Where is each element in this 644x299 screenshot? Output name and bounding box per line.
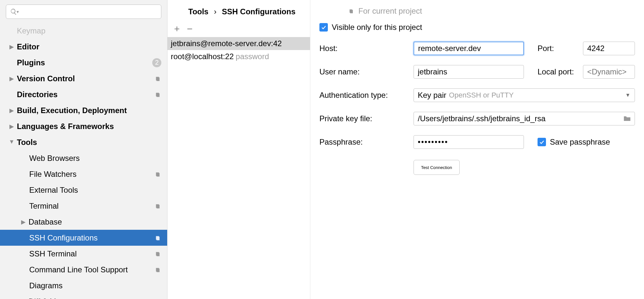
detail-panel: For current project Visible only for thi… — [310, 0, 644, 299]
sidebar-item-languages-frameworks[interactable]: ▶Languages & Frameworks — [0, 118, 167, 134]
host-input[interactable] — [414, 42, 524, 55]
search-input[interactable]: ▾ — [6, 5, 161, 19]
config-row-text: jetbrains@remote-server.dev:42 — [171, 39, 282, 48]
auth-type-select[interactable]: Key pair OpenSSH or PuTTY ▼ — [414, 88, 635, 102]
save-passphrase-checkbox[interactable] — [538, 138, 546, 146]
chevron-down-icon: ▼ — [625, 92, 630, 98]
settings-sidebar: ▾ Keymap▶EditorPlugins2▶Version ControlD… — [0, 0, 167, 299]
private-key-input[interactable] — [414, 112, 635, 125]
count-badge: 2 — [152, 58, 161, 67]
breadcrumb-root[interactable]: Tools — [188, 7, 208, 16]
sidebar-item-label: Command Line Tool Support — [29, 265, 152, 274]
passphrase-input[interactable] — [414, 135, 524, 149]
sidebar-item-editor[interactable]: ▶Editor — [0, 39, 167, 55]
sidebar-item-label: Directories — [17, 90, 152, 99]
sidebar-item-label: Web Browsers — [29, 154, 161, 163]
save-passphrase-label: Save passphrase — [550, 137, 610, 147]
sidebar-item-keymap[interactable]: Keymap — [0, 23, 167, 39]
local-port-input[interactable] — [583, 65, 635, 79]
sidebar-item-terminal[interactable]: Terminal — [0, 198, 167, 214]
sidebar-item-ssh-configurations[interactable]: SSH Configurations — [0, 230, 167, 246]
host-label: Host: — [319, 44, 414, 53]
expand-arrow-icon: ▶ — [20, 298, 27, 299]
sidebar-item-database[interactable]: ▶Database — [0, 214, 167, 230]
sidebar-item-command-line-tool-support[interactable]: Command Line Tool Support — [0, 262, 167, 278]
expand-arrow-icon: ▶ — [8, 123, 15, 130]
sidebar-item-web-browsers[interactable]: Web Browsers — [0, 150, 167, 166]
breadcrumb-separator: › — [211, 7, 220, 16]
sidebar-item-build-execution-deployment[interactable]: ▶Build, Execution, Deployment — [0, 102, 167, 118]
list-toolbar: + − — [167, 23, 310, 37]
add-button[interactable]: + — [174, 24, 180, 34]
expand-arrow-icon: ▶ — [20, 218, 27, 226]
port-input[interactable] — [583, 42, 635, 55]
sidebar-item-plugins[interactable]: Plugins2 — [0, 55, 167, 71]
scope-hint: For current project — [348, 6, 422, 16]
expand-arrow-icon: ▶ — [8, 107, 15, 114]
folder-icon[interactable] — [623, 115, 631, 122]
sidebar-item-diff-merge[interactable]: ▶Diff & Merge — [0, 293, 167, 299]
username-input[interactable] — [414, 65, 524, 79]
sidebar-item-label: External Tools — [29, 186, 161, 195]
expand-arrow-icon: ▼ — [8, 138, 15, 145]
sidebar-item-label: Tools — [17, 138, 161, 147]
sidebar-item-label: Terminal — [29, 202, 152, 211]
config-row-hint: password — [234, 52, 269, 61]
sidebar-item-label: File Watchers — [29, 170, 152, 179]
sidebar-item-label: Keymap — [17, 26, 161, 35]
username-label: User name: — [319, 67, 414, 76]
sidebar-item-ssh-terminal[interactable]: SSH Terminal — [0, 246, 167, 262]
breadcrumb: Tools › SSH Configurations — [188, 7, 295, 16]
private-key-label: Private key file: — [319, 114, 414, 123]
sidebar-item-label: Build, Execution, Deployment — [17, 106, 161, 115]
sidebar-item-version-control[interactable]: ▶Version Control — [0, 71, 167, 86]
remove-button[interactable]: − — [187, 24, 193, 34]
config-row-text: root@localhost:22 — [171, 52, 234, 61]
passphrase-label: Passphrase: — [319, 137, 414, 147]
copy-icon — [348, 8, 354, 14]
visible-only-checkbox[interactable] — [319, 23, 328, 32]
search-icon — [10, 8, 17, 15]
config-row[interactable]: jetbrains@remote-server.dev:42 — [167, 37, 310, 50]
expand-arrow-icon: ▶ — [8, 75, 15, 82]
sidebar-item-external-tools[interactable]: External Tools — [0, 182, 167, 198]
expand-arrow-icon: ▶ — [8, 43, 15, 50]
sidebar-item-label: Database — [29, 217, 161, 227]
sidebar-item-tools[interactable]: ▼Tools — [0, 134, 167, 150]
config-list-panel: Tools › SSH Configurations + − jetbrains… — [167, 0, 310, 299]
sidebar-item-label: Plugins — [17, 58, 150, 67]
settings-tree: Keymap▶EditorPlugins2▶Version ControlDir… — [0, 22, 167, 299]
sidebar-item-label: Languages & Frameworks — [17, 122, 161, 131]
sidebar-item-label: Diagrams — [29, 281, 161, 290]
test-connection-button[interactable]: Test Connection — [414, 160, 460, 175]
sidebar-item-label: SSH Configurations — [29, 233, 152, 242]
sidebar-item-diagrams[interactable]: Diagrams — [0, 278, 167, 293]
breadcrumb-leaf: SSH Configurations — [222, 7, 296, 16]
sidebar-item-label: SSH Terminal — [29, 249, 152, 258]
config-row[interactable]: root@localhost:22password — [167, 50, 310, 63]
sidebar-item-label: Editor — [17, 42, 161, 51]
sidebar-item-label: Diff & Merge — [29, 297, 161, 299]
port-label: Port: — [538, 44, 583, 53]
local-port-label: Local port: — [538, 67, 583, 76]
sidebar-item-file-watchers[interactable]: File Watchers — [0, 166, 167, 182]
sidebar-item-label: Version Control — [17, 74, 152, 83]
config-list: jetbrains@remote-server.dev:42root@local… — [167, 37, 310, 299]
auth-type-label: Authentication type: — [319, 91, 414, 100]
sidebar-item-directories[interactable]: Directories — [0, 86, 167, 102]
